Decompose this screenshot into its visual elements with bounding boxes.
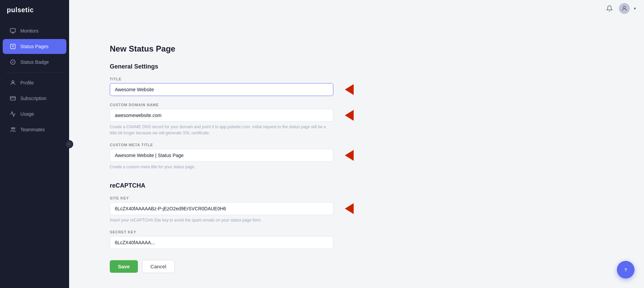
site-key-field-group: SITE KEY Insert your reCAPTCHA Site key …	[110, 196, 603, 223]
svg-text:?: ?	[624, 267, 627, 272]
secret-key-label: SECRET KEY	[110, 230, 603, 234]
site-key-input[interactable]	[110, 202, 333, 215]
sidebar-item-monitors-label: Monitors	[20, 28, 39, 34]
sidebar-item-status-pages[interactable]: Status Pages	[3, 39, 66, 54]
svg-point-12	[623, 6, 626, 8]
custom-domain-input[interactable]	[110, 109, 333, 122]
custom-meta-title-hint: Create a custom meta title for your stat…	[110, 164, 333, 170]
sidebar-item-status-badge[interactable]: Status Badge	[3, 55, 66, 70]
custom-meta-title-label: CUSTOM META TITLE	[110, 143, 603, 147]
title-arrow-indicator	[345, 84, 354, 95]
status-badge-icon	[9, 59, 16, 65]
sidebar-collapse-button[interactable]: ‹	[65, 140, 73, 148]
profile-icon	[9, 79, 16, 86]
teammates-icon	[9, 126, 16, 133]
sidebar-item-usage-label: Usage	[20, 111, 34, 117]
custom-domain-arrow-indicator	[345, 110, 354, 121]
secret-key-input[interactable]	[110, 236, 333, 249]
secret-key-field-group: SECRET KEY	[110, 230, 603, 249]
recaptcha-section: reCAPTCHA SITE KEY Insert your reCAPTCHA…	[110, 182, 603, 249]
svg-point-11	[14, 128, 15, 129]
form-actions: Save Cancel	[110, 260, 603, 273]
sidebar-item-teammates-label: Teammates	[20, 127, 45, 132]
sidebar-nav: Monitors Status Pages Status Badge Profi…	[0, 20, 69, 140]
usage-icon	[9, 111, 16, 117]
cancel-button[interactable]: Cancel	[142, 260, 175, 273]
custom-domain-input-wrapper	[110, 109, 333, 122]
status-pages-icon	[9, 43, 16, 50]
site-key-hint: Insert your reCAPTCHA Site key to avoid …	[110, 217, 333, 223]
title-input[interactable]	[110, 83, 333, 96]
custom-meta-title-field-group: CUSTOM META TITLE Create a custom meta t…	[110, 143, 603, 170]
title-label: TITLE	[110, 77, 603, 81]
notification-button[interactable]	[604, 3, 615, 14]
site-key-label: SITE KEY	[110, 196, 603, 200]
sidebar-item-profile-label: Profile	[20, 80, 34, 85]
user-menu-chevron[interactable]: ▾	[634, 6, 636, 11]
svg-point-10	[12, 128, 13, 129]
title-input-wrapper	[110, 83, 333, 96]
app-logo: pulsetic	[0, 0, 69, 20]
monitor-icon	[9, 27, 16, 34]
title-field-group: TITLE	[110, 77, 603, 96]
sidebar-item-usage[interactable]: Usage	[3, 107, 66, 121]
custom-domain-field-group: CUSTOM DOMAIN NAME Create a CNAME DNS re…	[110, 103, 603, 136]
main-content: New Status Page General Settings TITLE C…	[69, 0, 644, 288]
recaptcha-title: reCAPTCHA	[110, 182, 603, 189]
save-button[interactable]: Save	[110, 260, 138, 273]
sidebar-item-subscription-label: Subscription	[20, 96, 46, 101]
svg-point-7	[12, 81, 14, 83]
sidebar: pulsetic Monitors Status Pages Status Ba…	[0, 0, 69, 288]
sidebar-item-subscription[interactable]: Subscription	[3, 91, 66, 106]
sidebar-item-teammates[interactable]: Teammates	[3, 122, 66, 137]
page-title: New Status Page	[110, 44, 603, 54]
user-avatar[interactable]	[619, 3, 630, 14]
custom-meta-title-arrow-indicator	[345, 150, 354, 161]
sidebar-item-monitors[interactable]: Monitors	[3, 23, 66, 38]
site-key-input-wrapper	[110, 202, 333, 215]
sidebar-divider	[5, 72, 64, 73]
general-settings-title: General Settings	[110, 63, 603, 70]
help-button[interactable]: ?	[617, 261, 635, 279]
page-body: New Status Page General Settings TITLE C…	[89, 31, 624, 287]
sidebar-item-status-pages-label: Status Pages	[20, 44, 48, 49]
custom-domain-hint: Create a CNAME DNS record for your domai…	[110, 124, 333, 136]
custom-domain-label: CUSTOM DOMAIN NAME	[110, 103, 603, 107]
svg-rect-8	[11, 97, 16, 100]
svg-rect-0	[11, 28, 16, 32]
secret-key-input-wrapper	[110, 236, 333, 249]
subscription-icon	[9, 95, 16, 102]
custom-meta-title-input-wrapper	[110, 149, 333, 162]
custom-meta-title-input[interactable]	[110, 149, 333, 162]
site-key-arrow-indicator	[345, 203, 354, 214]
sidebar-item-status-badge-label: Status Badge	[20, 59, 49, 65]
sidebar-item-profile[interactable]: Profile	[3, 75, 66, 90]
